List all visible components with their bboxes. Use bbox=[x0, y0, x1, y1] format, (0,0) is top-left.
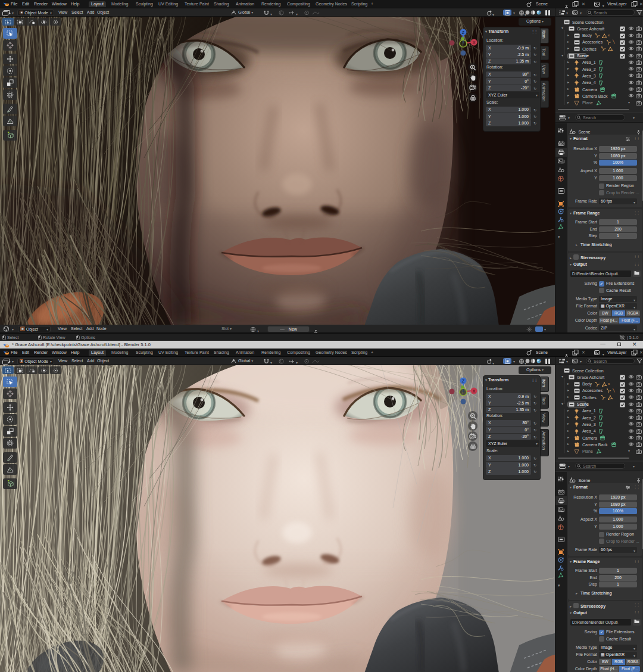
svg-text:Z: Z bbox=[462, 379, 465, 383]
svg-text:Z: Z bbox=[462, 30, 465, 35]
svg-text:X: X bbox=[473, 41, 476, 45]
svg-text:X: X bbox=[473, 389, 476, 393]
